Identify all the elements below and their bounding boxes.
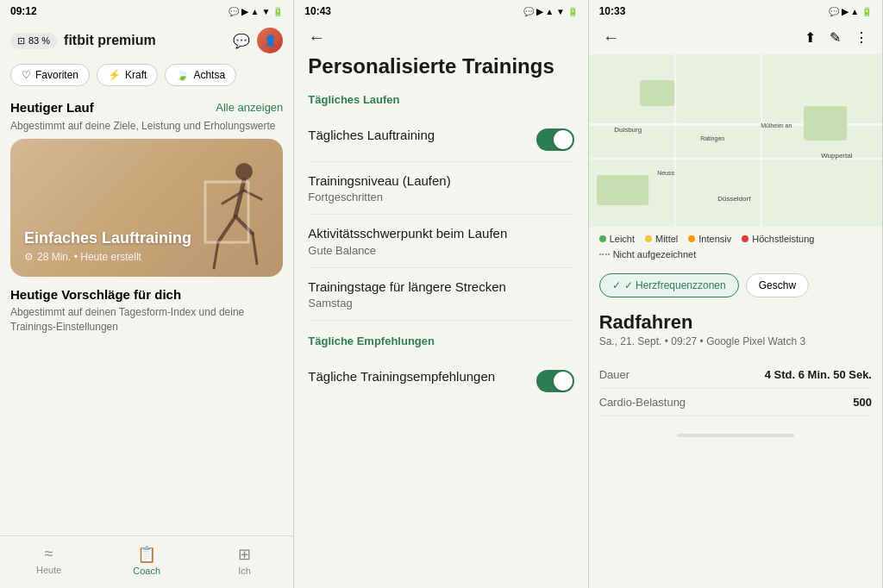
- toggle-4[interactable]: [536, 370, 574, 392]
- app-title: fitbit premium: [64, 33, 226, 48]
- leaf-icon: 🍃: [176, 69, 189, 81]
- status-bar-3: 10:33 💬 ▶ ▲ 🔋: [589, 0, 882, 21]
- nav-ich[interactable]: ⊞ Ich: [196, 541, 293, 579]
- back-arrow-3[interactable]: ←: [603, 28, 620, 47]
- edit-icon[interactable]: ✎: [830, 29, 841, 46]
- run-icon: ⚙: [24, 251, 34, 263]
- setting-row-4: Tägliche Trainingsempfehlungen: [308, 358, 573, 403]
- toggle-0[interactable]: [536, 128, 574, 151]
- workout-card[interactable]: Einfaches Lauftraining ⚙ 28 Min. • Heute…: [10, 139, 283, 277]
- svg-text:Mülheim an: Mülheim an: [761, 122, 792, 128]
- section-label-2: Tägliche Empfehlungen: [308, 335, 573, 347]
- map-container: Duisburg Düsseldorf Wuppertal Neuss Rati…: [589, 54, 882, 227]
- line-nicht: [599, 253, 610, 255]
- youtube-icon: ▶: [241, 7, 248, 16]
- see-all-link[interactable]: Alle anzeigen: [216, 101, 283, 114]
- icons-3: 💬 ▶ ▲ 🔋: [829, 7, 872, 16]
- svg-text:Ratingen: Ratingen: [700, 135, 724, 142]
- workout-sub: ⚙ 28 Min. • Heute erstellt: [24, 251, 191, 263]
- svg-text:Düsseldorf: Düsseldorf: [717, 195, 751, 203]
- setting-row-1[interactable]: Trainingsniveau (Laufen) Fortgeschritten: [308, 162, 573, 216]
- setting-value-2: Gute Balance: [308, 244, 507, 257]
- panel-activity: 10:33 💬 ▶ ▲ 🔋 ← ⬆ ✎ ⋮ Duisburg: [589, 0, 883, 588]
- chat-icon[interactable]: 💬: [233, 33, 250, 49]
- stat-cardio-label: Cardio-Belastung: [599, 396, 686, 409]
- filter-herzfrequenz[interactable]: ✓ ✓ Herzfrequenzzonen: [599, 273, 739, 297]
- legend-leicht: Leicht: [599, 234, 635, 244]
- legend-mittel: Mittel: [645, 234, 678, 244]
- svg-line-7: [244, 191, 261, 199]
- svg-rect-16: [597, 175, 648, 205]
- dot-hoechst: [742, 235, 748, 242]
- setting-row-0: Tägliches Lauftraining: [308, 116, 573, 162]
- section-desc-lauf: Abgestimmt auf deine Ziele, Leistung und…: [0, 118, 293, 139]
- status-icons-3: 💬 ▶ ▲ 🔋: [829, 7, 872, 16]
- setting-row-3[interactable]: Trainingstage für längere Strecken Samst…: [308, 268, 573, 322]
- legend-intensiv-label: Intensiv: [698, 234, 731, 244]
- back-header-3: ← ⬆ ✎ ⋮: [589, 21, 882, 54]
- heute-icon: ≈: [45, 545, 53, 563]
- tag-row: ♡ Favoriten ⚡ Kraft 🍃 Achtsa: [0, 59, 293, 91]
- legend-leicht-label: Leicht: [610, 234, 635, 244]
- section-title-lauf: Heutiger Lauf: [10, 100, 94, 115]
- avatar[interactable]: 👤: [257, 28, 283, 53]
- setting-row-2[interactable]: Aktivitätsschwerpunkt beim Laufen Gute B…: [308, 215, 573, 268]
- workout-card-text: Einfaches Lauftraining ⚙ 28 Min. • Heute…: [10, 216, 205, 277]
- setting-name-3: Trainingstage für längere Strecken: [308, 278, 506, 296]
- icons-2: 💬 ▶ ▲ ▼ 🔋: [523, 7, 578, 16]
- legend-hoechst: Höchstleistung: [742, 234, 814, 244]
- map-legend: Leicht Mittel Intensiv Höchstleistung Ni…: [589, 227, 882, 266]
- stat-dauer: Dauer 4 Std. 6 Min. 50 Sek.: [599, 361, 872, 389]
- stat-cardio: Cardio-Belastung 500: [599, 389, 872, 416]
- filter-hz-label: ✓ Herzfrequenzzonen: [624, 279, 726, 291]
- suggestions-title: Heutige Vorschläge für dich: [0, 277, 293, 305]
- svg-point-0: [235, 163, 253, 180]
- filter-geschw[interactable]: Geschw: [746, 273, 809, 297]
- status-bar-1: 09:12 💬 ▶ ▲ ▼ 🔋: [0, 0, 293, 21]
- battery-level: 83 %: [28, 35, 50, 46]
- nav-ich-label: Ich: [238, 566, 251, 576]
- runner-figure: [197, 156, 274, 277]
- svg-text:Duisburg: Duisburg: [614, 126, 642, 134]
- dot-leicht: [599, 235, 606, 242]
- workout-title: Einfaches Lauftraining: [24, 229, 191, 247]
- tag-kraft[interactable]: ⚡ Kraft: [97, 64, 158, 86]
- dot-intensiv: [688, 235, 695, 242]
- back-arrow-2[interactable]: ←: [308, 28, 325, 47]
- nav-heute[interactable]: ≈ Heute: [0, 541, 97, 579]
- share-icon[interactable]: ⬆: [805, 29, 816, 46]
- panel2-title: Personalisierte Trainings: [308, 54, 573, 79]
- filter-row: ✓ ✓ Herzfrequenzzonen Geschw: [589, 266, 882, 304]
- status-icons-1: 💬 ▶ ▲ ▼ 🔋: [229, 7, 284, 16]
- signal-icon: ▲: [251, 7, 260, 16]
- nav-coach[interactable]: 📋 Coach: [97, 541, 195, 579]
- more-icon[interactable]: ⋮: [855, 29, 868, 46]
- status-time-1: 09:12: [10, 5, 37, 17]
- battery-level-icon: ⊡: [17, 35, 25, 47]
- wifi-icon: ▼: [261, 7, 270, 16]
- activity-title: Radfahren: [599, 311, 872, 334]
- nav-coach-label: Coach: [133, 566, 160, 576]
- tag-achtsa[interactable]: 🍃 Achtsa: [165, 64, 236, 86]
- panel-coach: 09:12 💬 ▶ ▲ ▼ 🔋 ⊡ 83 % fitbit premium 💬 …: [0, 0, 294, 588]
- setting-value-3: Samstag: [308, 297, 506, 310]
- panel-settings: 10:43 💬 ▶ ▲ ▼ 🔋 ← Personalisierte Traini…: [294, 0, 588, 588]
- svg-rect-14: [640, 80, 674, 106]
- tag-favoriten[interactable]: ♡ Favoriten: [10, 64, 90, 86]
- legend-nicht: Nicht aufgezeichnet: [599, 249, 697, 260]
- setting-value-1: Fortgeschritten: [308, 191, 450, 203]
- legend-intensiv: Intensiv: [688, 234, 731, 244]
- status-time-2: 10:43: [304, 5, 331, 17]
- status-icons-2: 💬 ▶ ▲ ▼ 🔋: [523, 7, 578, 16]
- activity-meta: Sa., 21. Sept. • 09:27 • Google Pixel Wa…: [599, 335, 872, 347]
- section-label-1: Tägliches Laufen: [308, 93, 573, 106]
- map-svg: Duisburg Düsseldorf Wuppertal Neuss Rati…: [589, 54, 882, 227]
- svg-line-2: [218, 216, 235, 242]
- check-icon: ✓: [612, 279, 621, 291]
- back-header-2: ←: [294, 21, 587, 54]
- stat-dauer-label: Dauer: [599, 368, 629, 381]
- dot-mittel: [645, 235, 652, 242]
- bottom-nav: ≈ Heute 📋 Coach ⊞ Ich: [0, 535, 293, 588]
- panel2-content: Personalisierte Trainings Tägliches Lauf…: [294, 54, 587, 588]
- lightning-icon: ⚡: [108, 69, 121, 81]
